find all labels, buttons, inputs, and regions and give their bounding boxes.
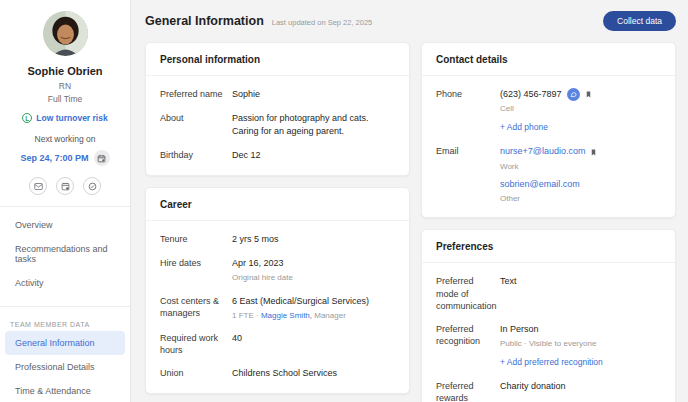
right-column: Contact details Phone (623) 456-7897 <box>421 42 676 402</box>
member-name: Sophie Obrien <box>0 65 130 77</box>
bookmark-email-button[interactable] <box>590 148 597 157</box>
field-label: Hire dates <box>160 257 232 269</box>
field-label: Birthday <box>160 149 232 161</box>
send-text-button[interactable] <box>567 88 580 101</box>
sidebar-item-recommendations[interactable]: Recommendations and tasks <box>5 237 125 271</box>
member-employment-type: Full Time <box>0 94 130 104</box>
turnover-risk-badge: L Low turnover risk <box>0 113 130 123</box>
sidebar-divider <box>0 206 130 207</box>
field-row-preferred-name: Preferred name Sophie <box>160 88 395 101</box>
schedule-calendar-button[interactable] <box>94 150 110 166</box>
profile-sidebar: Sophie Obrien RN Full Time L Low turnove… <box>0 0 131 402</box>
field-label: About <box>160 112 232 124</box>
send-message-button[interactable] <box>29 177 47 195</box>
app-window: Sophie Obrien RN Full Time L Low turnove… <box>0 0 688 402</box>
manager-role-text: Manager <box>312 311 346 320</box>
field-value: Dec 12 <box>232 149 395 162</box>
bookmark-icon <box>590 148 597 157</box>
field-label: Preferred rewards <box>436 380 500 402</box>
risk-level-icon: L <box>22 113 32 123</box>
phone-type: Cell <box>500 104 661 114</box>
field-label: Preferred recognition <box>436 323 500 347</box>
calendar-settings-icon <box>61 182 70 191</box>
field-row-birthday: Birthday Dec 12 <box>160 149 395 162</box>
mail-icon <box>34 182 43 191</box>
sidebar-item-time-attendance[interactable]: Time & Attendance <box>5 379 125 402</box>
field-value: 6 East (Medical/Surgical Services) <box>232 295 395 308</box>
bookmark-icon <box>585 90 592 99</box>
sidebar-section-label: TEAM MEMBER DATA <box>0 313 130 331</box>
field-value: 40 <box>232 332 395 345</box>
sidebar-item-general-information[interactable]: General Information <box>5 331 125 355</box>
field-label: Phone <box>436 88 500 100</box>
calendar-icon <box>97 154 106 163</box>
preferences-card: Preferences Preferred mode of communicat… <box>421 229 676 402</box>
check-in-button[interactable] <box>83 177 101 195</box>
avatar <box>43 11 88 56</box>
check-circle-icon <box>88 182 97 191</box>
field-value: In Person <box>500 323 661 336</box>
next-working-row: Sep 24, 7:00 PM <box>0 150 130 166</box>
page-header: General Information Last updated on Sep … <box>145 10 676 31</box>
next-shift-link[interactable]: Sep 24, 7:00 PM <box>20 153 88 163</box>
field-value: Sophie <box>232 88 395 101</box>
field-value: Passion for photography and cats. Caring… <box>232 112 395 138</box>
main-content: General Information Last updated on Sep … <box>131 0 688 402</box>
secondary-email-link[interactable]: sobrien@email.com <box>500 179 580 189</box>
member-role: RN <box>0 81 130 91</box>
field-row-phone: Phone (623) 456-7897 <box>436 88 661 134</box>
personal-information-card: Personal information Preferred name Soph… <box>145 42 410 176</box>
card-title: Contact details <box>422 43 675 76</box>
field-value: Childrens School Services <box>232 367 395 380</box>
field-row-required-hours: Required work hours 40 <box>160 332 395 356</box>
field-row-email: Email nurse+7@laudio.com <box>436 145 661 204</box>
collect-data-button[interactable]: Collect data <box>603 11 676 31</box>
add-phone-link[interactable]: + Add phone <box>500 121 548 133</box>
sidebar-item-overview[interactable]: Overview <box>5 213 125 237</box>
sidebar-item-professional-details[interactable]: Professional Details <box>5 355 125 379</box>
left-column: Personal information Preferred name Soph… <box>145 42 410 402</box>
card-title: Career <box>146 188 409 221</box>
sidebar-nav: Overview Recommendations and tasks Activ… <box>0 213 130 402</box>
card-title: Personal information <box>146 43 409 76</box>
schedule-report-button[interactable] <box>56 177 74 195</box>
field-row-about: About Passion for photography and cats. … <box>160 112 395 138</box>
field-label: Tenure <box>160 233 232 245</box>
last-updated-text: Last updated on Sep 22, 2025 <box>272 18 373 27</box>
chat-bubble-icon <box>570 91 577 98</box>
bookmark-phone-button[interactable] <box>585 90 592 99</box>
next-working-label: Next working on <box>0 134 130 144</box>
field-row-preferred-rewards: Preferred rewards Charity donation + Add… <box>436 380 661 402</box>
career-card: Career Tenure 2 yrs 5 mos Hire dates Apr… <box>145 187 410 394</box>
field-label: Preferred name <box>160 88 232 100</box>
field-value: Charity donation <box>500 380 661 393</box>
content-columns: Personal information Preferred name Soph… <box>145 42 676 402</box>
card-title: Preferences <box>422 230 675 263</box>
sidebar-item-activity[interactable]: Activity <box>5 271 125 295</box>
avatar-portrait <box>43 11 88 56</box>
field-row-cost-centers: Cost centers & managers 6 East (Medical/… <box>160 295 395 321</box>
field-row-union: Union Childrens School Services <box>160 367 395 380</box>
field-row-hire-dates: Hire dates Apr 16, 2023 Original hire da… <box>160 257 395 283</box>
field-row-tenure: Tenure 2 yrs 5 mos <box>160 233 395 246</box>
email-type: Other <box>500 194 661 204</box>
field-value: Text <box>500 275 661 288</box>
field-subtext: 1 FTE · Maggie Smith, Manager <box>232 311 395 321</box>
field-label: Email <box>436 145 500 157</box>
phone-number: (623) 456-7897 <box>500 88 562 101</box>
fte-text: 1 FTE · <box>232 311 261 320</box>
add-preferred-recognition-link[interactable]: + Add preferred recognition <box>500 356 603 368</box>
field-row-preferred-recognition: Preferred recognition In Person Public ·… <box>436 323 661 369</box>
field-label: Union <box>160 367 232 379</box>
profile-action-buttons <box>0 177 130 195</box>
sidebar-divider <box>0 306 130 307</box>
field-value: 2 yrs 5 mos <box>232 233 395 246</box>
risk-label: Low turnover risk <box>36 113 107 123</box>
primary-email-link[interactable]: nurse+7@laudio.com <box>500 145 585 158</box>
manager-link[interactable]: Maggie Smith, <box>261 311 312 320</box>
field-row-preferred-communication: Preferred mode of communication Text <box>436 275 661 311</box>
profile-summary: Sophie Obrien RN Full Time L Low turnove… <box>0 11 130 195</box>
field-subtext: Public · Visible to everyone <box>500 339 661 349</box>
field-label: Cost centers & managers <box>160 295 232 319</box>
contact-details-card: Contact details Phone (623) 456-7897 <box>421 42 676 218</box>
